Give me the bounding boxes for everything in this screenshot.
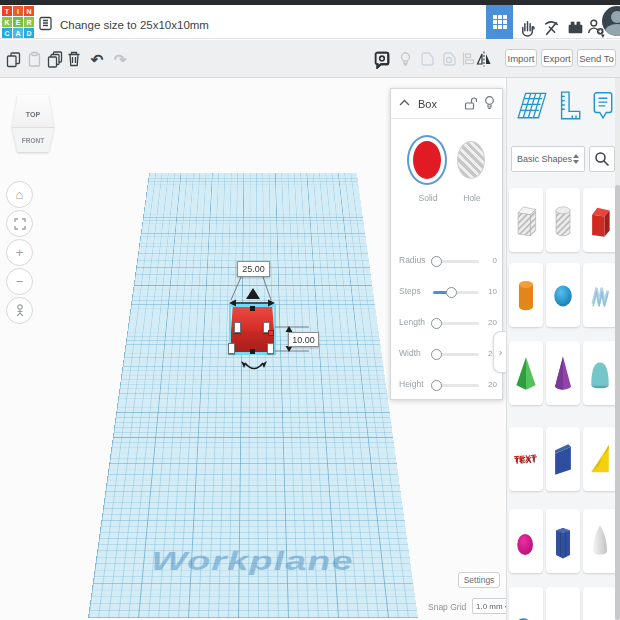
fit-view-button[interactable] [6, 210, 33, 237]
height-slider[interactable] [433, 384, 479, 387]
notes-marker-icon[interactable] [372, 49, 392, 69]
logo-tile: I [13, 6, 23, 16]
settings-button[interactable]: Settings [458, 572, 500, 588]
send-to-button[interactable]: Send To [577, 49, 616, 67]
scrollbar-thumb[interactable] [615, 185, 620, 620]
svg-text:TEXT: TEXT [514, 453, 537, 465]
delete-trash-icon[interactable] [64, 49, 84, 69]
shape-tile-paraboloid[interactable] [509, 509, 543, 573]
undo-icon[interactable]: ↶ [87, 49, 107, 69]
shape-tile-cylinder[interactable] [509, 263, 543, 327]
toolbar: ↶ ↷ [0, 40, 620, 78]
shape-tile-roof[interactable] [583, 427, 617, 491]
view-cube-top[interactable]: TOP [12, 95, 54, 127]
zoom-in-button[interactable]: + [6, 239, 33, 266]
slider-knob[interactable] [431, 256, 442, 267]
view-cube[interactable]: TOP FRONT [12, 95, 54, 152]
duplicate-icon[interactable] [45, 49, 65, 69]
shape-tile-rounded-cone[interactable] [583, 509, 617, 573]
scale-handle[interactable] [267, 343, 274, 354]
edge-handle[interactable] [250, 306, 255, 311]
lightbulb-icon[interactable] [395, 49, 415, 69]
slider-row-height: Height 20 [391, 375, 504, 393]
width-dimension-input[interactable]: 25.00 [237, 261, 270, 277]
length-slider[interactable] [433, 322, 479, 325]
group-icon[interactable] [417, 49, 437, 69]
caret-down-icon[interactable]: ▾ [601, 32, 605, 40]
design-menu-icon[interactable] [38, 16, 53, 35]
slider-row-steps: Steps 10 [391, 282, 504, 300]
shapes-scrollbar[interactable] [615, 78, 620, 620]
import-button[interactable]: Import [505, 49, 537, 67]
shape-category-dropdown[interactable]: Basic Shapes [511, 146, 585, 172]
notes-icon[interactable] [591, 90, 615, 128]
perspective-toggle-icon [14, 304, 26, 317]
shape-category-value: Basic Shapes [517, 154, 572, 164]
shape-tile-half-sphere[interactable] [583, 341, 617, 405]
selection-edge-right [274, 304, 276, 355]
slider-knob[interactable] [446, 287, 457, 298]
shape-tile-partial-brown[interactable] [583, 587, 617, 620]
ruler-icon[interactable] [555, 90, 581, 126]
active-scale-handle[interactable] [268, 330, 274, 336]
solid-color [413, 141, 441, 179]
solid-label: Solid [407, 193, 449, 203]
view-cube-front[interactable]: FRONT [12, 127, 54, 152]
shape-tile-cone[interactable] [546, 341, 580, 405]
shape-tile-text[interactable]: TEXT TEXT [509, 427, 543, 491]
shape-tile-partial-blue[interactable] [509, 587, 543, 620]
shape-tile-wedge[interactable] [546, 427, 580, 491]
zoom-out-button[interactable]: − [6, 268, 33, 295]
lightbulb-icon[interactable] [483, 95, 496, 111]
slider-knob[interactable] [431, 318, 442, 329]
hole-label: Hole [451, 193, 493, 203]
shapes-panel: Basic Shapes [506, 78, 620, 620]
apps-grid-button[interactable] [486, 5, 513, 39]
shape-tile-sphere[interactable] [546, 263, 580, 327]
gestures-hand-icon[interactable] [516, 15, 538, 39]
shape-tile-polygon[interactable] [546, 509, 580, 573]
tinkercad-logo[interactable]: TIN KER CAD [2, 6, 34, 38]
slider-row-radius: Radius 0 [391, 251, 504, 269]
solid-swatch[interactable] [407, 135, 447, 185]
scale-handle[interactable] [234, 322, 241, 333]
shape-tile-hole-box[interactable] [509, 188, 543, 252]
redo-icon[interactable]: ↷ [110, 49, 130, 69]
shape-tile-pyramid[interactable] [509, 341, 543, 405]
blocks-brick-icon[interactable] [564, 15, 586, 39]
export-button[interactable]: Export [541, 49, 573, 67]
width-slider[interactable] [433, 353, 479, 356]
edge-handle[interactable] [250, 349, 255, 354]
workplane-icon[interactable] [515, 90, 549, 124]
slider-row-width: Width 20 [391, 344, 504, 362]
shapes-panel-collapse-tab[interactable]: › [493, 331, 507, 373]
search-button[interactable] [589, 146, 615, 172]
workplane-label: Workplane [150, 547, 355, 576]
logo-tile: K [2, 17, 12, 27]
shape-tile-scribble[interactable] [583, 263, 617, 327]
shape-tile-box[interactable] [583, 188, 617, 252]
radius-slider[interactable] [433, 260, 479, 263]
copy-icon[interactable] [3, 49, 23, 69]
inspector-header: Box [391, 89, 502, 119]
scale-handle[interactable] [228, 343, 235, 354]
paste-icon[interactable] [24, 49, 44, 69]
mirror-icon[interactable] [474, 49, 494, 69]
steps-slider[interactable] [433, 291, 479, 294]
slider-knob[interactable] [431, 380, 442, 391]
unlock-icon[interactable] [463, 96, 477, 111]
home-icon: ⌂ [16, 187, 24, 202]
height-dimension-input[interactable]: 10.00 [288, 332, 319, 347]
shape-tile-hole-cylinder[interactable] [546, 188, 580, 252]
shape-tile-partial-orange[interactable] [546, 587, 580, 620]
hole-swatch[interactable] [457, 141, 485, 179]
zoom-out-icon: − [16, 274, 24, 289]
tools-icon[interactable] [540, 15, 562, 39]
home-view-button[interactable]: ⌂ [6, 181, 33, 208]
workplane[interactable]: Workplane [88, 173, 418, 618]
collapse-chevron-icon[interactable] [399, 99, 410, 106]
shape-inspector: Box Solid Hole Radius 0 Steps 10 Length … [390, 88, 503, 400]
perspective-toggle-button[interactable] [6, 297, 33, 324]
slider-knob[interactable] [431, 349, 442, 360]
ungroup-icon[interactable] [439, 49, 459, 69]
